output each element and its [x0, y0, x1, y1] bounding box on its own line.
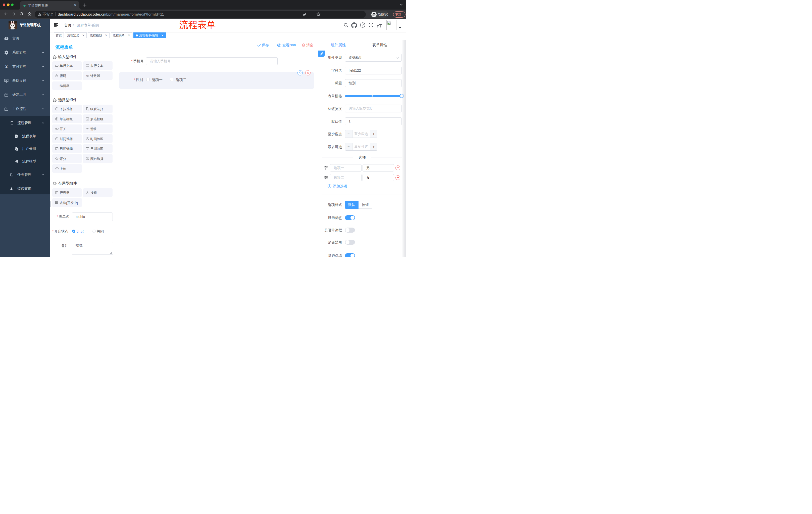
svg-text:¥: ¥: [5, 64, 8, 69]
svg-text:123: 123: [86, 74, 89, 77]
